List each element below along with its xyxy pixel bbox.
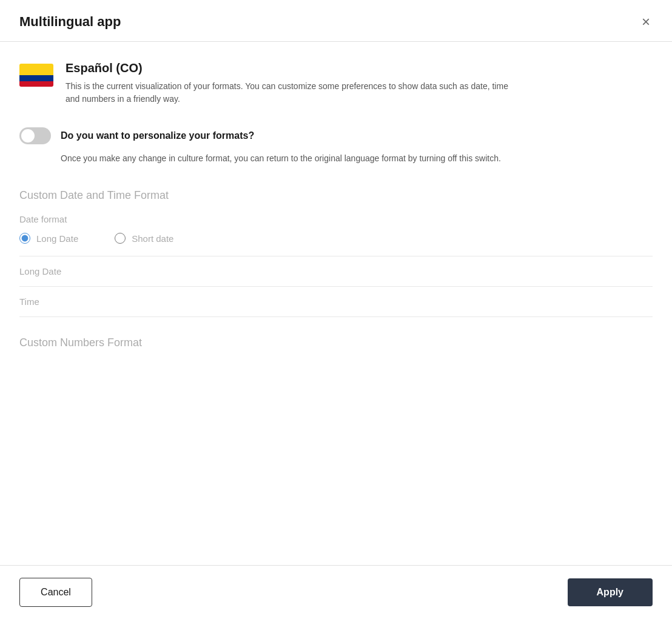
language-section: Español (CO) This is the current visuali… (19, 61, 653, 105)
modal-container: Multilingual app × Español (CO) This is … (0, 0, 672, 619)
long-date-radio[interactable] (19, 233, 30, 244)
short-date-radio[interactable] (115, 233, 126, 244)
long-date-option[interactable]: Long Date (19, 233, 78, 244)
date-time-format-section: Custom Date and Time Format Date format … (19, 189, 653, 317)
toggle-row: Do you want to personalize your formats? (19, 127, 653, 144)
long-date-section-label: Long Date (19, 266, 653, 276)
long-date-radio-label: Long Date (36, 233, 78, 244)
flag-red-stripe (19, 81, 53, 87)
divider-3 (19, 316, 653, 317)
modal-title: Multilingual app (19, 14, 121, 30)
colombia-flag (19, 64, 53, 87)
numbers-format-section: Custom Numbers Format (19, 336, 653, 349)
flag-yellow-stripe (19, 64, 53, 75)
language-description: This is the current visualization of you… (66, 80, 514, 105)
date-time-section-title: Custom Date and Time Format (19, 189, 653, 202)
divider-1 (19, 256, 653, 256)
flag-blue-stripe (19, 75, 53, 81)
divider-2 (19, 286, 653, 287)
short-date-radio-label: Short date (132, 233, 173, 244)
short-date-option[interactable]: Short date (115, 233, 173, 244)
date-format-radio-group: Long Date Short date (19, 233, 653, 244)
modal-body: Español (CO) This is the current visuali… (0, 42, 672, 565)
time-section-label: Time (19, 296, 653, 307)
modal-footer: Cancel Apply (0, 565, 672, 619)
modal-header: Multilingual app × (0, 0, 672, 42)
personalize-toggle[interactable] (19, 127, 51, 144)
language-name: Español (CO) (66, 61, 514, 75)
language-info: Español (CO) This is the current visuali… (66, 61, 514, 105)
apply-button[interactable]: Apply (568, 578, 653, 606)
date-format-label: Date format (19, 214, 653, 224)
numbers-section-title: Custom Numbers Format (19, 336, 653, 349)
cancel-button[interactable]: Cancel (19, 578, 92, 607)
personalize-formats-section: Do you want to personalize your formats?… (19, 127, 653, 165)
toggle-slider (19, 127, 51, 144)
close-icon: × (642, 15, 650, 29)
toggle-label: Do you want to personalize your formats? (61, 130, 254, 141)
toggle-description: Once you make any change in culture form… (61, 152, 606, 165)
close-button[interactable]: × (639, 12, 653, 32)
